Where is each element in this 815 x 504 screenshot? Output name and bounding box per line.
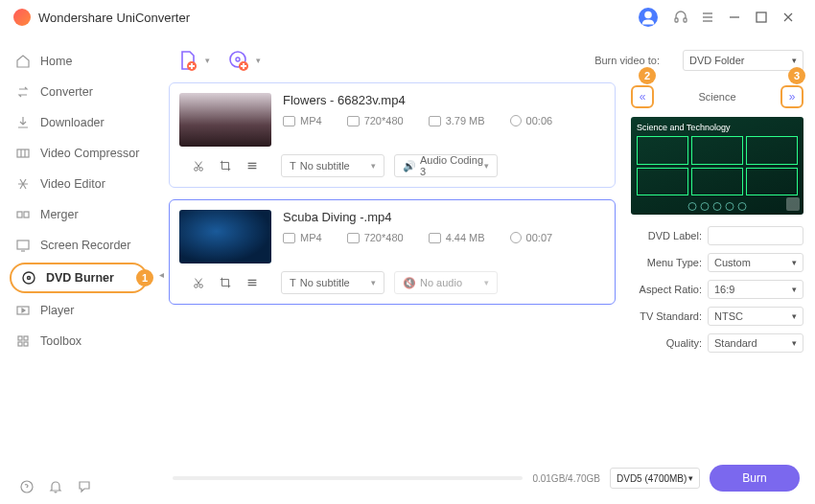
file-list: Flowers - 66823v.mp4 MP4 720*480 3.79 MB… xyxy=(169,82,616,460)
menu-type-select[interactable]: Custom▾ xyxy=(708,253,803,272)
aspect-label: Aspect Ratio: xyxy=(631,284,702,295)
chevron-down-icon: ▾ xyxy=(792,285,797,294)
right-panel: «2 Science »3 Science and Technology xyxy=(631,82,803,460)
tv-select[interactable]: NTSC▾ xyxy=(708,307,803,326)
svg-rect-19 xyxy=(24,336,28,340)
close-icon[interactable] xyxy=(780,10,796,25)
dvd-label-input[interactable] xyxy=(708,226,803,245)
clock-icon xyxy=(510,232,522,243)
file-format: MP4 xyxy=(300,232,322,243)
sidebar-item-downloader[interactable]: Downloader xyxy=(0,107,157,138)
aspect-select[interactable]: 16:9▾ xyxy=(708,280,803,299)
menu-type-label: Menu Type: xyxy=(631,257,702,268)
audio-select[interactable]: 🔇No audio▾ xyxy=(394,271,498,294)
download-icon xyxy=(15,115,31,130)
file-card[interactable]: Flowers - 66823v.mp4 MP4 720*480 3.79 MB… xyxy=(169,82,616,188)
quality-select[interactable]: Standard▾ xyxy=(708,333,803,353)
toolbox-icon xyxy=(15,333,31,349)
chevron-down-icon[interactable]: ▾ xyxy=(205,56,210,65)
quality-value: Standard xyxy=(714,337,757,349)
size-icon xyxy=(429,233,441,243)
sidebar-item-toolbox[interactable]: Toolbox xyxy=(0,326,157,356)
file-res: 720*480 xyxy=(364,232,404,243)
file-name: Flowers - 66823v.mp4 xyxy=(283,93,605,107)
size-icon xyxy=(429,116,441,126)
editor-icon xyxy=(15,176,31,192)
home-icon xyxy=(15,54,31,69)
subtitle-select[interactable]: TNo subtitle▾ xyxy=(281,154,384,177)
svg-rect-11 xyxy=(17,212,22,218)
theme-prev-button[interactable]: «2 xyxy=(631,85,654,108)
sidebar-item-merger[interactable]: Merger xyxy=(0,199,157,230)
chevron-down-icon: ▾ xyxy=(371,278,376,287)
preview-cell xyxy=(691,136,743,165)
collapse-sidebar-icon[interactable]: ◂ xyxy=(155,264,167,284)
burn-to-select[interactable]: DVD Folder▾ xyxy=(683,50,803,71)
bell-icon[interactable] xyxy=(48,479,63,494)
subtitle-icon: T xyxy=(290,277,296,288)
chevron-down-icon: ▾ xyxy=(792,311,797,321)
sidebar-item-home[interactable]: Home xyxy=(0,46,157,77)
subtitle-value: No subtitle xyxy=(300,160,350,172)
preview-title: Science and Technology xyxy=(637,123,798,132)
sidebar-item-label: Downloader xyxy=(40,116,105,129)
sidebar-item-player[interactable]: Player xyxy=(0,295,157,326)
crop-icon[interactable] xyxy=(219,276,232,289)
disc-type-select[interactable]: DVD5 (4700MB)▾ xyxy=(610,468,700,489)
converter-icon xyxy=(15,84,31,100)
sidebar-item-editor[interactable]: Video Editor xyxy=(0,169,157,199)
trim-icon[interactable] xyxy=(192,159,205,172)
svg-rect-2 xyxy=(684,18,687,22)
more-icon[interactable] xyxy=(245,159,259,172)
svg-rect-7 xyxy=(757,12,766,22)
video-thumbnail[interactable] xyxy=(179,93,271,147)
video-thumbnail[interactable] xyxy=(179,210,271,263)
quality-label: Quality: xyxy=(631,337,702,349)
sidebar-item-label: Converter xyxy=(40,85,93,99)
burn-to-value: DVD Folder xyxy=(689,55,744,66)
sidebar-item-dvd-burner[interactable]: DVD Burner1 xyxy=(10,263,148,293)
audio-icon: 🔊 xyxy=(403,160,416,172)
file-size: 4.44 MB xyxy=(446,232,485,243)
svg-point-16 xyxy=(28,277,31,280)
file-res: 720*480 xyxy=(364,115,404,126)
app-brand: Wondershare UniConverter xyxy=(38,11,190,25)
menu-preview[interactable]: Science and Technology xyxy=(631,117,803,215)
badge: 3 xyxy=(788,67,805,84)
user-avatar-icon[interactable] xyxy=(639,8,658,27)
badge: 2 xyxy=(639,67,656,84)
help-icon[interactable] xyxy=(19,479,35,494)
theme-next-button[interactable]: »3 xyxy=(780,85,803,108)
add-file-button[interactable] xyxy=(176,49,199,72)
headset-icon[interactable] xyxy=(673,10,688,25)
feedback-icon[interactable] xyxy=(77,479,92,494)
toolbar: ▾ ▾ Burn video to: DVD Folder▾ xyxy=(169,42,803,79)
maximize-icon[interactable] xyxy=(754,10,769,25)
format-icon xyxy=(283,233,295,243)
svg-rect-13 xyxy=(17,241,29,249)
load-dvd-button[interactable] xyxy=(227,49,250,72)
menu-icon[interactable] xyxy=(700,10,715,25)
sidebar-item-recorder[interactable]: Screen Recorder xyxy=(0,230,157,261)
edit-theme-icon[interactable] xyxy=(786,197,800,211)
minimize-icon[interactable] xyxy=(727,10,742,25)
size-text: 0.01GB/4.70GB xyxy=(532,473,600,484)
file-card[interactable]: Scuba Diving -.mp4 MP4 720*480 4.44 MB 0… xyxy=(169,199,616,305)
trim-icon[interactable] xyxy=(192,276,205,289)
crop-icon[interactable] xyxy=(219,159,232,172)
resolution-icon xyxy=(347,116,360,126)
preview-cell xyxy=(637,168,688,196)
burn-button[interactable]: Burn xyxy=(710,465,800,492)
sidebar-item-label: Screen Recorder xyxy=(40,239,131,252)
subtitle-select[interactable]: TNo subtitle▾ xyxy=(281,271,384,294)
more-icon[interactable] xyxy=(245,276,259,289)
sidebar-item-converter[interactable]: Converter xyxy=(0,77,157,107)
chevron-down-icon[interactable]: ▾ xyxy=(256,56,261,65)
svg-rect-18 xyxy=(18,336,22,340)
audio-mute-icon: 🔇 xyxy=(403,277,416,289)
merger-icon xyxy=(15,207,31,222)
sidebar-item-compressor[interactable]: Video Compressor xyxy=(0,138,157,169)
bottom-bar: 0.01GB/4.70GB DVD5 (4700MB)▾ Burn xyxy=(169,460,803,496)
audio-select[interactable]: 🔊Audio Coding 3▾ xyxy=(394,154,498,177)
chevron-down-icon: ▾ xyxy=(484,161,489,171)
